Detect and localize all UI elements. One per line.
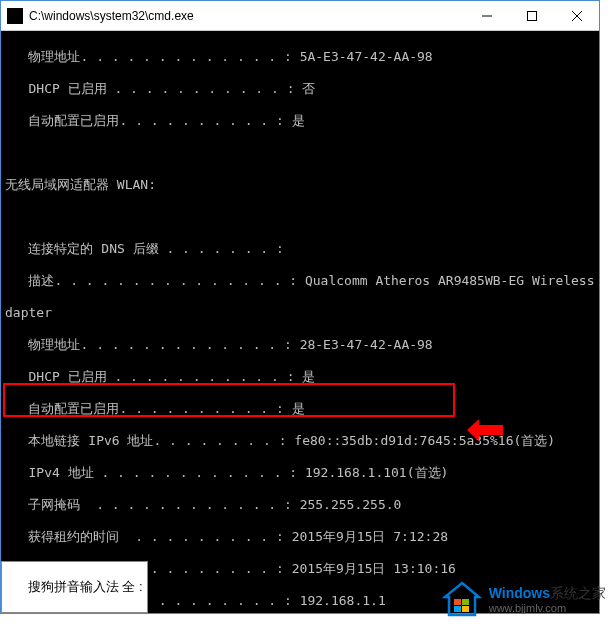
arrow-annotation	[467, 387, 514, 473]
watermark-text: Windows系统之家 www.bjjmlv.com	[489, 586, 606, 613]
house-icon	[441, 579, 483, 621]
ime-status-bar[interactable]: 搜狗拼音输入法 全 :	[1, 561, 148, 613]
output-line: 连接特定的 DNS 后缀 . . . . . . . :	[5, 241, 595, 257]
minimize-button[interactable]	[464, 1, 509, 30]
output-line: 自动配置已启用. . . . . . . . . . : 是	[5, 113, 595, 129]
svg-rect-7	[462, 606, 469, 612]
svg-rect-5	[462, 599, 469, 605]
svg-rect-1	[527, 11, 536, 20]
output-line	[5, 145, 595, 161]
wlan-header: 无线局域网适配器 WLAN:	[5, 177, 595, 193]
cmd-icon	[7, 8, 23, 24]
output-line: dapter	[5, 305, 595, 321]
cmd-window: C:\windows\system32\cmd.exe 物理地址. . . . …	[0, 0, 600, 614]
window-controls	[464, 1, 599, 30]
terminal-output[interactable]: 物理地址. . . . . . . . . . . . . : 5A-E3-47…	[1, 31, 599, 613]
output-line: 物理地址. . . . . . . . . . . . . : 28-E3-47…	[5, 337, 595, 353]
ime-text: 搜狗拼音输入法 全 :	[28, 579, 143, 594]
output-line: DHCP 已启用 . . . . . . . . . . . : 是	[5, 369, 595, 385]
output-line: 子网掩码 . . . . . . . . . . . . : 255.255.2…	[5, 497, 595, 513]
maximize-button[interactable]	[509, 1, 554, 30]
output-line: 自动配置已启用. . . . . . . . . . : 是	[5, 401, 595, 417]
watermark: Windows系统之家 www.bjjmlv.com	[441, 579, 606, 621]
svg-rect-4	[454, 599, 461, 605]
svg-rect-6	[454, 606, 461, 612]
output-line: 获得租约的时间 . . . . . . . . . : 2015年9月15日 7…	[5, 529, 595, 545]
output-line	[5, 209, 595, 225]
close-button[interactable]	[554, 1, 599, 30]
titlebar[interactable]: C:\windows\system32\cmd.exe	[1, 1, 599, 31]
output-line: 物理地址. . . . . . . . . . . . . : 5A-E3-47…	[5, 49, 595, 65]
output-line: 本地链接 IPv6 地址. . . . . . . . : fe80::35db…	[5, 433, 595, 449]
window-title: C:\windows\system32\cmd.exe	[29, 9, 464, 23]
output-line: IPv4 地址 . . . . . . . . . . . . : 192.16…	[5, 465, 595, 481]
output-line: 描述. . . . . . . . . . . . . . . : Qualco…	[5, 273, 595, 289]
output-line: DHCP 已启用 . . . . . . . . . . . : 否	[5, 81, 595, 97]
